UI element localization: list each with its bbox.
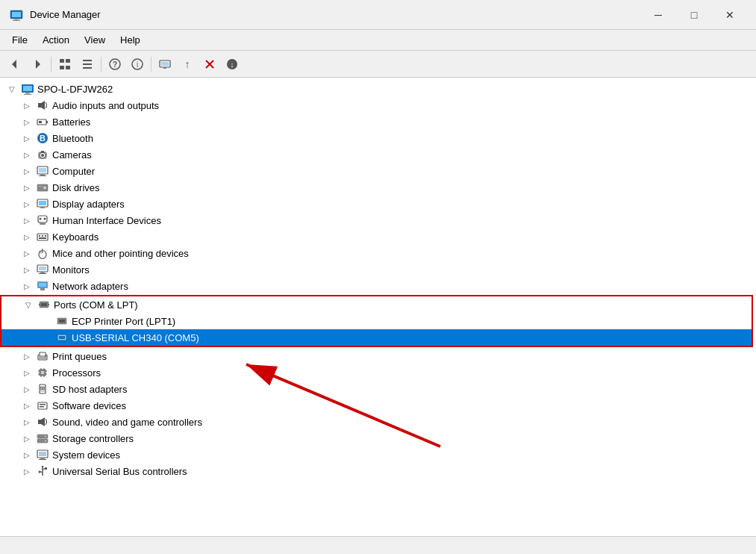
- svg-rect-106: [40, 458, 45, 459]
- batteries-expand-icon: ▷: [21, 116, 33, 128]
- usb-icon: [36, 464, 49, 478]
- svg-rect-96: [40, 404, 46, 405]
- forward-button[interactable]: [27, 54, 48, 75]
- tree-item-bluetooth[interactable]: ▷ B Bluetooth: [0, 130, 756, 146]
- close-button[interactable]: ✕: [713, 3, 747, 27]
- audio-label: Audio inputs and outputs: [52, 100, 159, 111]
- svg-rect-105: [39, 452, 46, 456]
- maximize-button[interactable]: □: [677, 3, 711, 27]
- svg-rect-80: [38, 357, 47, 359]
- networkadapters-label: Network adapters: [52, 281, 128, 292]
- svg-rect-41: [39, 168, 46, 172]
- menu-help[interactable]: Help: [113, 32, 148, 49]
- svg-rect-9: [66, 66, 70, 69]
- svg-text:SD: SD: [40, 386, 46, 390]
- update-button[interactable]: ↑: [177, 54, 198, 75]
- svg-rect-73: [48, 304, 49, 305]
- tree-item-processors[interactable]: ▷ Processors: [0, 364, 756, 381]
- tree-item-usbserial[interactable]: ▷ USB-SERIAL CH340 (COM5): [1, 329, 752, 346]
- svg-rect-65: [40, 272, 45, 273]
- tree-item-cameras[interactable]: ▷ Cameras: [0, 146, 756, 163]
- tree-item-software[interactable]: ▷ Software devices: [0, 397, 756, 414]
- svg-rect-69: [40, 288, 45, 290]
- svg-text:i: i: [137, 60, 138, 69]
- svg-text:↓: ↓: [230, 60, 234, 69]
- mice-icon: [36, 246, 49, 260]
- minimize-button[interactable]: ─: [641, 3, 675, 27]
- properties-button[interactable]: ?: [104, 54, 125, 75]
- svg-rect-77: [59, 336, 65, 339]
- tree-item-mice[interactable]: ▷ Mice and other pointing devices: [0, 245, 756, 261]
- tree-item-monitors[interactable]: ▷ Monitors: [0, 261, 756, 278]
- tree-item-storage[interactable]: ▷ Storage controllers: [0, 430, 756, 446]
- tree-item-hid[interactable]: ▷ Human Interface Devices: [0, 212, 756, 228]
- diskdrives-label: Disk drives: [52, 182, 100, 193]
- svg-point-53: [44, 218, 46, 220]
- tree-item-sdhost[interactable]: ▷ SD SD host adapters: [0, 381, 756, 397]
- svg-text:B: B: [40, 134, 46, 143]
- svg-point-37: [41, 154, 44, 157]
- mice-label: Mice and other pointing devices: [52, 248, 189, 259]
- device-tree: ▽ SPO-L-DFJW262 ▷: [0, 78, 756, 536]
- svg-rect-2: [14, 19, 19, 20]
- svg-rect-29: [38, 103, 41, 108]
- bluetooth-icon: B: [36, 131, 49, 145]
- menu-action[interactable]: Action: [35, 32, 77, 49]
- tree-item-computer[interactable]: ▷ Computer: [0, 163, 756, 179]
- tree-item-system[interactable]: ▷ System devices: [0, 446, 756, 463]
- printqueues-label: Print queues: [52, 351, 107, 362]
- menu-view[interactable]: View: [77, 32, 113, 49]
- svg-rect-75: [59, 320, 65, 323]
- computer-icon: [36, 164, 49, 178]
- ports-icon: [37, 298, 51, 311]
- help-button[interactable]: i: [127, 54, 148, 75]
- bluetooth-label: Bluetooth: [52, 133, 93, 144]
- svg-point-103: [45, 441, 46, 442]
- sound-expand-icon: ▷: [21, 416, 33, 428]
- download-button[interactable]: ↓: [222, 54, 243, 75]
- tree-item-audio[interactable]: ▷ Audio inputs and outputs: [0, 97, 756, 113]
- tree-view-button[interactable]: [54, 54, 75, 75]
- networkadapters-icon: [36, 279, 49, 293]
- toolbar-separator-2: [101, 57, 101, 72]
- keyboards-label: Keyboards: [52, 231, 99, 243]
- software-label: Software devices: [52, 400, 126, 411]
- tree-item-printqueues[interactable]: ▷ Print queues: [0, 348, 756, 364]
- monitors-expand-icon: ▷: [21, 264, 33, 276]
- back-button[interactable]: [4, 54, 25, 75]
- tree-item-ecp[interactable]: ▷ ECP Printer Port (LPT1): [1, 313, 752, 329]
- tree-item-batteries[interactable]: ▷ Batteries: [0, 113, 756, 130]
- tree-item-displayadapters[interactable]: ▷ Display adapters: [0, 196, 756, 212]
- bluetooth-expand-icon: ▷: [21, 132, 33, 144]
- tree-root[interactable]: ▽ SPO-L-DFJW262: [0, 81, 756, 97]
- remove-button[interactable]: [199, 54, 220, 75]
- displayadapters-expand-icon: ▷: [21, 198, 33, 210]
- tree-item-keyboards[interactable]: ▷ Keyboards: [0, 228, 756, 245]
- window-title: Device Manager: [30, 9, 641, 20]
- monitors-icon: [36, 263, 49, 276]
- tree-item-diskdrives[interactable]: ▷ Disk drives: [0, 179, 756, 196]
- menu-file[interactable]: File: [4, 32, 35, 49]
- svg-rect-11: [83, 63, 92, 65]
- tree-item-sound[interactable]: ▷ Sound, video and game controllers: [0, 414, 756, 430]
- tree-item-usb[interactable]: ▷ Universal Serial Bus controllers: [0, 463, 756, 479]
- title-bar-buttons: ─ □ ✕: [641, 3, 747, 27]
- svg-rect-57: [45, 235, 46, 237]
- system-label: System devices: [52, 449, 120, 461]
- storage-label: Storage controllers: [52, 433, 134, 444]
- storage-icon: [36, 432, 49, 445]
- svg-rect-7: [66, 59, 70, 63]
- tree-item-ports[interactable]: ▽ Ports (COM & LPT): [1, 296, 752, 313]
- cameras-label: Cameras: [52, 149, 92, 161]
- hid-icon: [36, 214, 49, 227]
- scan-button[interactable]: [154, 54, 175, 75]
- svg-rect-97: [40, 406, 44, 408]
- svg-rect-6: [60, 59, 64, 63]
- batteries-label: Batteries: [52, 116, 90, 128]
- svg-rect-18: [161, 62, 169, 66]
- tree-item-networkadapters[interactable]: ▷ Network adapters: [0, 278, 756, 294]
- printqueues-icon: [36, 349, 49, 363]
- svg-marker-30: [41, 101, 45, 110]
- list-view-button[interactable]: [77, 54, 98, 75]
- processors-label: Processors: [52, 367, 101, 379]
